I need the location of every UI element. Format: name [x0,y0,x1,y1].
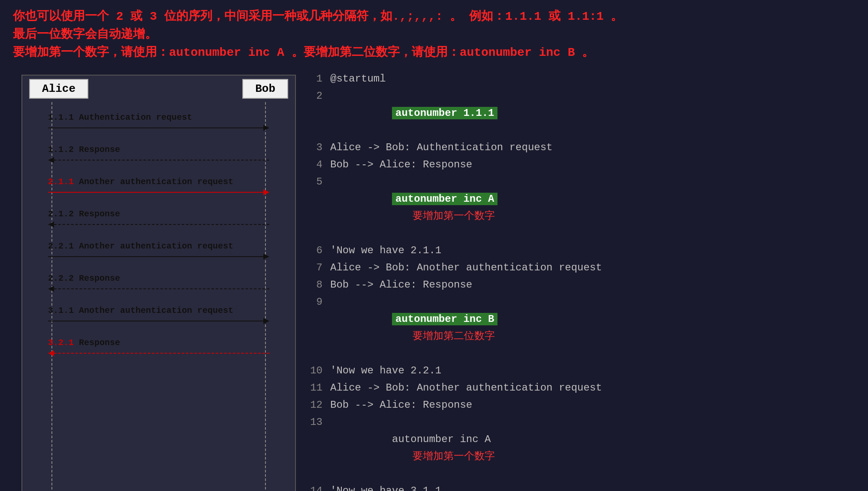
code-line-11: 11 Alice -> Bob: Another authentication … [309,379,859,397]
sequence-diagram: Alice Bob 1.1.1 Authentication request [21,75,296,491]
diagram-body: 1.1.1 Authentication request 1.1.2 Respo… [22,102,295,491]
code-line-4: 4 Bob --> Alice: Response [309,156,859,173]
line-content-6: 'Now we have 2.1.1 [330,242,441,259]
message-8-arrow [48,349,269,358]
line-number-1: 1 [309,70,330,88]
line-number-9: 9 [309,294,330,311]
message-1: 1.1.1 Authentication request [48,112,269,133]
message-2-arrow [48,155,269,165]
code-line-6: 6 'Now we have 2.1.1 [309,242,859,259]
line-content-8: Bob --> Alice: Response [330,276,472,294]
comment-inc-a-1: 要增加第一个数字 [392,210,495,222]
message-7-label: 3.1.1 Another authentication request [48,306,269,315]
line-number-2: 2 [309,88,330,105]
code-line-1: 1 @startuml [309,70,859,88]
code-line-5: 5 autonumber inc A 要增加第一个数字 [309,173,859,242]
line-number-4: 4 [309,156,330,173]
top-explanation: 你也可以使用一个 2 或 3 位的序列，中间采用一种或几种分隔符，如.,;,,,… [0,0,868,66]
line-number-13: 13 [309,414,330,431]
line-content-7: Alice -> Bob: Another authentication req… [330,259,602,276]
arrowhead [263,318,269,324]
arrow-line [48,127,263,128]
message-1-label: 1.1.1 Authentication request [48,112,269,122]
code-line-14: 14 'Now we have 3.1.1 [309,482,859,491]
line-content-13: autonumber inc A 要增加第一个数字 [330,414,495,482]
main-content: Alice Bob 1.1.1 Authentication request [0,66,868,491]
autonumber-inca-2: autonumber inc A [392,433,491,445]
message-7-arrow [48,316,269,326]
arrowhead [263,254,269,260]
line-content-12: Bob --> Alice: Response [330,397,472,414]
message-5-label: 2.2.1 Another authentication request [48,241,269,251]
arrowhead [263,189,269,195]
message-8-label: 3.2.1 Response [48,338,269,348]
keyword-autonumber-incb-1: autonumber inc B [392,313,497,325]
arrow-line [54,224,269,225]
keyword-autonumber-1: autonumber 1.1.1 [392,107,497,119]
arrowhead [263,125,269,131]
message-4: 2.1.2 Response [48,209,269,229]
arrow-line [48,256,263,257]
code-area: 1 @startuml 2 autonumber 1.1.1 3 Alice -… [304,70,868,491]
code-line-8: 8 Bob --> Alice: Response [309,276,859,294]
arrow-line [48,321,263,321]
comment-inc-b-1: 要增加第二位数字 [392,330,495,342]
keyword-autonumber-inca-1: autonumber inc A [392,193,497,205]
line-content-9: autonumber inc B 要增加第二位数字 [330,294,497,362]
top-line2: 最后一位数字会自动递增。 [13,26,855,44]
line-number-6: 6 [309,242,330,259]
line-number-5: 5 [309,173,330,191]
line-number-8: 8 [309,276,330,294]
message-3-label: 2.1.1 Another authentication request [48,177,269,187]
code-line-3: 3 Alice -> Bob: Authentication request [309,139,859,156]
message-8: 3.2.1 Response [48,338,269,358]
actor-alice-top: Alice [29,79,88,99]
code-line-13: 13 autonumber inc A 要增加第一个数字 [309,414,859,482]
line-content-4: Bob --> Alice: Response [330,156,472,173]
message-4-arrow [48,220,269,229]
messages: 1.1.1 Authentication request 1.1.2 Respo… [31,102,286,368]
message-3-arrow [48,188,269,197]
code-lines: 1 @startuml 2 autonumber 1.1.1 3 Alice -… [309,70,859,491]
line-content-1: @startuml [330,70,386,88]
message-5-arrow [48,252,269,261]
message-6-arrow [48,284,269,294]
arrowhead [48,350,54,356]
arrow-line [54,288,269,289]
message-6-label: 2.2.2 Response [48,273,269,283]
code-line-7: 7 Alice -> Bob: Another authentication r… [309,259,859,276]
line-number-10: 10 [309,362,330,379]
arrow-line [48,192,263,193]
message-6: 2.2.2 Response [48,273,269,294]
message-7: 3.1.1 Another authentication request [48,306,269,326]
line-content-10: 'Now we have 2.2.1 [330,362,441,379]
arrowhead [48,157,54,163]
arrow-forward-7 [48,318,269,324]
message-5: 2.2.1 Another authentication request [48,241,269,261]
message-2: 1.1.2 Response [48,145,269,165]
arrow-forward-3 [48,189,269,195]
actor-bob-top: Bob [242,79,288,99]
arrow-backward-4 [48,221,269,227]
code-line-10: 10 'Now we have 2.2.1 [309,362,859,379]
arrow-backward-6 [48,286,269,292]
arrow-forward-5 [48,254,269,260]
diagram-header: Alice Bob [22,76,295,102]
message-3: 2.1.1 Another authentication request [48,177,269,197]
arrow-forward-1 [48,125,269,131]
code-line-9: 9 autonumber inc B 要增加第二位数字 [309,294,859,362]
code-line-12: 12 Bob --> Alice: Response [309,397,859,414]
line-content-5: autonumber inc A 要增加第一个数字 [330,173,497,242]
message-4-label: 2.1.2 Response [48,209,269,219]
line-content-2: autonumber 1.1.1 [330,88,497,139]
top-line1: 你也可以使用一个 2 或 3 位的序列，中间采用一种或几种分隔符，如.,;,,,… [13,8,855,26]
message-1-arrow [48,123,269,133]
line-number-14: 14 [309,482,330,491]
line-number-11: 11 [309,379,330,397]
arrow-backward-2 [48,157,269,163]
line-number-3: 3 [309,139,330,156]
line-number-12: 12 [309,397,330,414]
line-content-3: Alice -> Bob: Authentication request [330,139,552,156]
arrowhead [48,286,54,292]
arrow-line [54,160,269,161]
